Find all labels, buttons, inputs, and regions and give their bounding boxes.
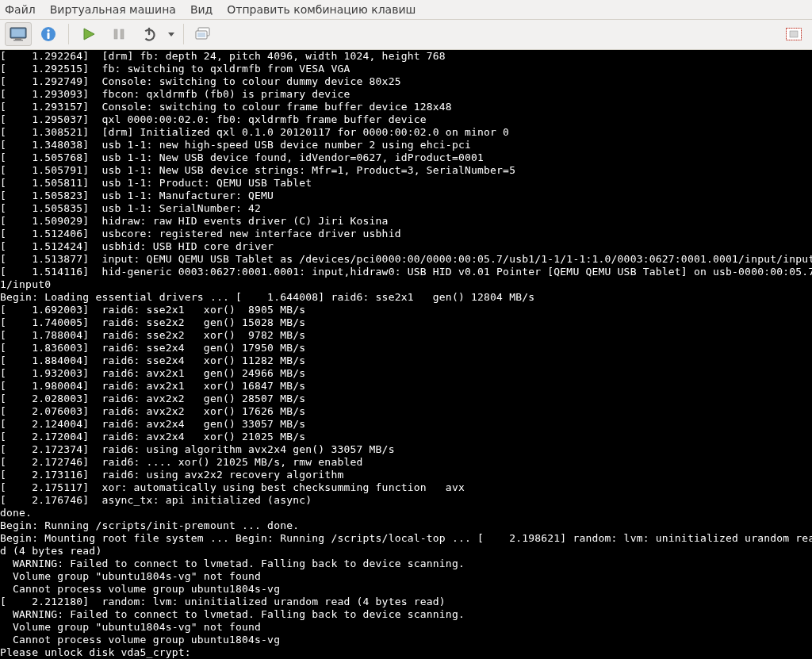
console-line: Begin: Mounting root file system ... Beg…: [0, 532, 812, 545]
console-line: Please unlock disk vda5_crypt:: [0, 646, 812, 659]
console-line: [ 1.505791] usb 1-1: New USB device stri…: [0, 164, 812, 177]
power-button[interactable]: [136, 22, 163, 46]
console-line: [ 1.932003] raid6: avx2x1 gen() 24966 MB…: [0, 367, 812, 380]
monitor-icon: [10, 27, 27, 41]
console-line: done.: [0, 507, 812, 519]
console-line: [ 1.740005] raid6: sse2x2 gen() 15028 MB…: [0, 316, 812, 329]
console-button[interactable]: [5, 22, 32, 46]
toolbar: [0, 20, 812, 50]
console-line: [ 1.293157] Console: switching to colour…: [0, 101, 812, 113]
console-line: [ 1.513877] input: QEMU QEMU USB Tablet …: [0, 253, 812, 266]
menu-vm[interactable]: Виртуальная машина: [50, 3, 176, 16]
menubar: Файл Виртуальная машина Вид Отправить ко…: [0, 0, 812, 20]
console-line: [ 1.512406] usbcore: registered new inte…: [0, 228, 812, 240]
console-line: [ 1.505768] usb 1-1: New USB device foun…: [0, 151, 812, 164]
menu-sendkey[interactable]: Отправить комбинацию клавиш: [227, 3, 416, 16]
svg-marker-12: [168, 33, 174, 36]
power-icon: [142, 27, 156, 41]
console-line: 1/input0: [0, 278, 812, 291]
info-button[interactable]: [35, 22, 62, 46]
console-line: [ 1.293093] fbcon: qxldrmfb (fb0) is pri…: [0, 88, 812, 101]
fullscreen-icon: [786, 28, 802, 40]
console-line: [ 1.292749] Console: switching to colour…: [0, 75, 812, 88]
svg-rect-15: [197, 33, 205, 37]
console-line: [ 2.176746] async_tx: api initialized (a…: [0, 494, 812, 507]
menu-file[interactable]: Файл: [5, 3, 36, 16]
console-line: [ 1.505823] usb 1-1: Manufacturer: QEMU: [0, 190, 812, 202]
console-line: [ 1.505835] usb 1-1: SerialNumber: 42: [0, 202, 812, 215]
snapshots-button[interactable]: [190, 22, 217, 46]
console-line: [ 1.514116] hid-generic 0003:0627:0001.0…: [0, 266, 812, 278]
console-line: [ 1.512424] usbhid: USB HID core driver: [0, 240, 812, 253]
svg-rect-2: [15, 38, 21, 40]
console-line: [ 1.292264] [drm] fb: depth 24, pitch 40…: [0, 50, 812, 63]
console-line: [ 2.172746] raid6: .... xor() 21025 MB/s…: [0, 456, 812, 469]
svg-marker-7: [84, 29, 94, 40]
console-line: [ 2.173116] raid6: using avx2x2 recovery…: [0, 469, 812, 481]
svg-rect-9: [121, 29, 124, 39]
console-line: [ 2.172374] raid6: using algorithm avx2x…: [0, 443, 812, 456]
console-line: [ 1.788004] raid6: sse2x2 xor() 9782 MB/…: [0, 329, 812, 342]
console-line: Cannot process volume group ubuntu1804s-…: [0, 634, 812, 646]
console-line: Begin: Running /scripts/init-premount ..…: [0, 519, 812, 532]
power-dropdown[interactable]: [166, 22, 177, 46]
console-line: [ 1.295037] qxl 0000:00:02.0: fb0: qxldr…: [0, 113, 812, 126]
console-line: [ 2.175117] xor: automatically using bes…: [0, 481, 812, 494]
snapshots-icon: [195, 27, 213, 41]
console-line: [ 1.505811] usb 1-1: Product: QEMU USB T…: [0, 177, 812, 190]
console-line: Begin: Loading essential drivers ... [ 1…: [0, 291, 812, 304]
console-line: [ 2.124004] raid6: avx2x4 gen() 33057 MB…: [0, 418, 812, 431]
console-line: [ 1.884004] raid6: sse2x4 xor() 11282 MB…: [0, 354, 812, 367]
info-icon: [40, 26, 56, 42]
vm-console[interactable]: [ 1.292264] [drm] fb: depth 24, pitch 40…: [0, 50, 812, 659]
play-icon: [82, 27, 96, 41]
fullscreen-button[interactable]: [780, 22, 807, 46]
pause-icon: [113, 28, 125, 40]
run-button[interactable]: [75, 22, 102, 46]
console-line: [ 1.308521] [drm] Initialized qxl 0.1.0 …: [0, 126, 812, 139]
console-line: Volume group "ubuntu1804s-vg" not found: [0, 570, 812, 583]
svg-rect-3: [13, 40, 23, 41]
console-line: Cannot process volume group ubuntu1804s-…: [0, 583, 812, 596]
console-line: [ 1.836003] raid6: sse2x4 gen() 17950 MB…: [0, 342, 812, 354]
console-line: [ 2.172004] raid6: avx2x4 xor() 21025 MB…: [0, 431, 812, 443]
svg-point-5: [47, 29, 49, 32]
console-line: [ 1.509029] hidraw: raw HID events drive…: [0, 215, 812, 228]
console-line: d (4 bytes read): [0, 545, 812, 557]
console-line: [ 1.980004] raid6: avx2x1 xor() 16847 MB…: [0, 380, 812, 393]
svg-rect-1: [12, 29, 25, 37]
console-line: [ 2.212180] random: lvm: uninitialized u…: [0, 596, 812, 608]
console-line: WARNING: Failed to connect to lvmetad. F…: [0, 557, 812, 570]
console-line: [ 1.292515] fb: switching to qxldrmfb fr…: [0, 63, 812, 75]
svg-rect-17: [790, 31, 798, 37]
svg-rect-6: [48, 33, 50, 39]
console-line: [ 1.348038] usb 1-1: new high-speed USB …: [0, 139, 812, 151]
console-line: [ 2.028003] raid6: avx2x2 gen() 28507 MB…: [0, 393, 812, 405]
pause-button[interactable]: [105, 22, 132, 46]
chevron-down-icon: [168, 33, 174, 36]
console-line: [ 1.692003] raid6: sse2x1 xor() 8905 MB/…: [0, 304, 812, 316]
svg-rect-8: [114, 29, 117, 39]
console-line: WARNING: Failed to connect to lvmetad. F…: [0, 608, 812, 621]
console-line: [ 2.076003] raid6: avx2x2 xor() 17626 MB…: [0, 405, 812, 418]
menu-view[interactable]: Вид: [190, 3, 213, 16]
toolbar-separator: [183, 24, 184, 44]
console-line: Volume group "ubuntu1804s-vg" not found: [0, 621, 812, 634]
toolbar-separator: [68, 24, 69, 44]
